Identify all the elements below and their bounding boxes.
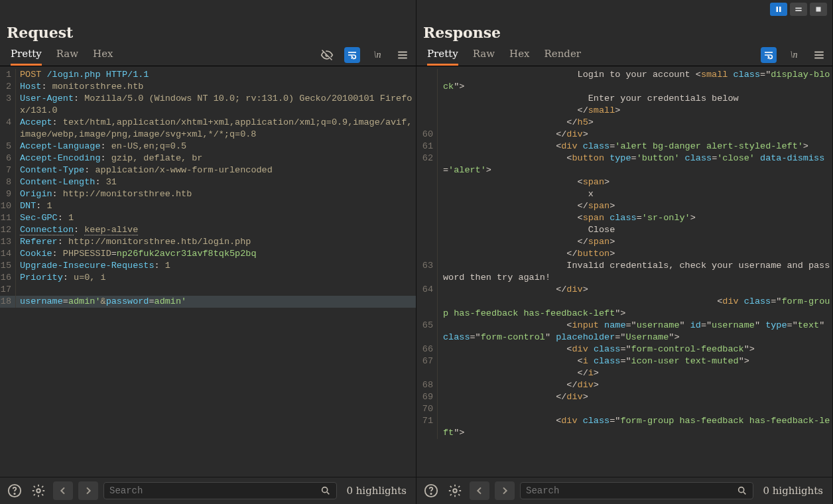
- code-line: 8Content-Length: 31: [0, 176, 416, 188]
- code-line: 71 <div class="form-group has-feedback h…: [416, 415, 832, 439]
- response-panel: Response PrettyRawHexRender \n Login to …: [416, 0, 833, 504]
- svg-point-2: [36, 489, 40, 493]
- scan-controls: [770, 3, 827, 16]
- code-line: </span>: [416, 200, 832, 212]
- code-line: 62 <button type='button' class='close' d…: [416, 153, 832, 176]
- code-line: 68 </div>: [416, 379, 832, 391]
- forward-button[interactable]: [495, 481, 515, 500]
- response-tabs: PrettyRawHexRender: [420, 44, 588, 66]
- code-line: 64 </div>: [416, 284, 832, 296]
- code-line: </span>: [416, 236, 832, 248]
- code-line: 17: [0, 284, 416, 296]
- newline-icon[interactable]: \n: [369, 47, 385, 63]
- code-line: 12Connection: keep-alive: [0, 224, 416, 236]
- request-search[interactable]: [103, 482, 337, 499]
- svg-point-1: [14, 493, 15, 494]
- back-button[interactable]: [53, 481, 73, 500]
- code-line: 67 <i class="icon-user text-muted">: [416, 355, 832, 367]
- search-icon[interactable]: [737, 485, 747, 496]
- equals-button[interactable]: [790, 3, 807, 16]
- code-line: 4Accept: text/html,application/xhtml+xml…: [0, 117, 416, 141]
- response-highlight-count: 0 highlights: [759, 485, 827, 497]
- code-line: 15Upgrade-Insecure-Requests: 1: [0, 260, 416, 272]
- code-line: 13Referer: http://monitorsthree.htb/logi…: [0, 236, 416, 248]
- help-icon[interactable]: [422, 481, 440, 500]
- svg-rect-4: [777, 7, 779, 12]
- forward-button[interactable]: [78, 481, 98, 500]
- code-line: 65 <input name="username" id="username" …: [416, 320, 832, 344]
- tab-render[interactable]: Render: [545, 48, 581, 66]
- svg-rect-6: [816, 7, 821, 12]
- response-footer: 0 highlights: [416, 477, 832, 504]
- eye-off-icon[interactable]: [319, 47, 335, 63]
- code-line: </button>: [416, 248, 832, 260]
- response-code[interactable]: Login to your account <small class="disp…: [416, 66, 832, 477]
- svg-point-8: [430, 493, 431, 494]
- code-line: 2Host: monitorsthree.htb: [0, 81, 416, 93]
- svg-point-3: [322, 487, 328, 493]
- tab-pretty[interactable]: Pretty: [11, 48, 42, 66]
- tab-pretty[interactable]: Pretty: [427, 48, 458, 66]
- menu-icon[interactable]: [811, 47, 827, 63]
- request-search-input[interactable]: [109, 485, 320, 496]
- newline-icon[interactable]: \n: [786, 47, 802, 63]
- code-line: 18username=admin'&password=admin': [0, 296, 416, 308]
- code-line: 63 Invalid credentials, check your usern…: [416, 260, 832, 284]
- code-line: x: [416, 188, 832, 200]
- request-code[interactable]: 1POST /login.php HTTP/1.12Host: monitors…: [0, 66, 416, 477]
- wrap-lines-icon[interactable]: [761, 47, 777, 63]
- code-line: </i>: [416, 367, 832, 379]
- wrap-lines-icon[interactable]: [344, 47, 360, 63]
- code-line: 1POST /login.php HTTP/1.1: [0, 69, 416, 81]
- code-line: Login to your account <small class="disp…: [416, 69, 832, 93]
- code-line: 11Sec-GPC: 1: [0, 212, 416, 224]
- svg-rect-5: [779, 7, 781, 12]
- code-line: </h5>: [416, 117, 832, 129]
- request-title: Request: [0, 19, 416, 44]
- response-title: Response: [416, 19, 832, 44]
- tab-raw[interactable]: Raw: [56, 48, 78, 66]
- help-icon[interactable]: [5, 481, 24, 500]
- code-line: 66 <div class="form-control-feedback">: [416, 344, 832, 355]
- response-search[interactable]: [520, 482, 753, 499]
- code-line: 5Accept-Language: en-US,en;q=0.5: [0, 141, 416, 153]
- code-line: 16Priority: u=0, i: [0, 272, 416, 284]
- gear-icon[interactable]: [446, 481, 464, 500]
- pause-button[interactable]: [770, 3, 787, 16]
- back-button[interactable]: [470, 481, 489, 500]
- code-line: </small>: [416, 105, 832, 117]
- code-line: 69 </div>: [416, 391, 832, 403]
- response-search-input[interactable]: [526, 485, 737, 496]
- svg-point-10: [739, 487, 744, 493]
- code-line: 9Origin: http://monitorsthree.htb: [0, 188, 416, 200]
- code-line: 61 <div class='alert bg-danger alert-sty…: [416, 141, 832, 153]
- request-tabs-row: PrettyRawHex \n: [0, 44, 416, 66]
- tab-hex[interactable]: Hex: [509, 48, 529, 66]
- search-icon[interactable]: [320, 485, 331, 496]
- code-line: 60 </div>: [416, 129, 832, 141]
- code-line: <span class='sr-only'>: [416, 212, 832, 224]
- code-line: 3User-Agent: Mozilla/5.0 (Windows NT 10.…: [0, 93, 416, 117]
- code-line: 6Accept-Encoding: gzip, deflate, br: [0, 153, 416, 164]
- request-toolbar: \n: [319, 47, 412, 63]
- tab-hex[interactable]: Hex: [93, 48, 113, 66]
- request-highlight-count: 0 highlights: [342, 485, 411, 497]
- code-line: 7Content-Type: application/x-www-form-ur…: [0, 164, 416, 176]
- svg-point-9: [453, 489, 457, 493]
- response-toolbar: \n: [761, 47, 828, 63]
- code-line: 70: [416, 403, 832, 415]
- stop-button[interactable]: [810, 3, 827, 16]
- request-tabs: PrettyRawHex: [4, 44, 120, 66]
- request-footer: 0 highlights: [0, 477, 416, 504]
- code-line: 10DNT: 1: [0, 200, 416, 212]
- request-panel: Request PrettyRawHex \n 1POST /login.php…: [0, 0, 416, 504]
- gear-icon[interactable]: [29, 481, 48, 500]
- code-line: Enter your credentials below: [416, 93, 832, 105]
- code-line: <span>: [416, 176, 832, 188]
- menu-icon[interactable]: [395, 47, 411, 63]
- code-line: <div class="form-group has-feedback has-…: [416, 296, 832, 320]
- response-tabs-row: PrettyRawHexRender \n: [416, 44, 832, 66]
- code-line: Close: [416, 224, 832, 236]
- tab-raw[interactable]: Raw: [473, 48, 495, 66]
- code-line: 14Cookie: PHPSESSID=np26fuk2avcr31avf8tq…: [0, 248, 416, 260]
